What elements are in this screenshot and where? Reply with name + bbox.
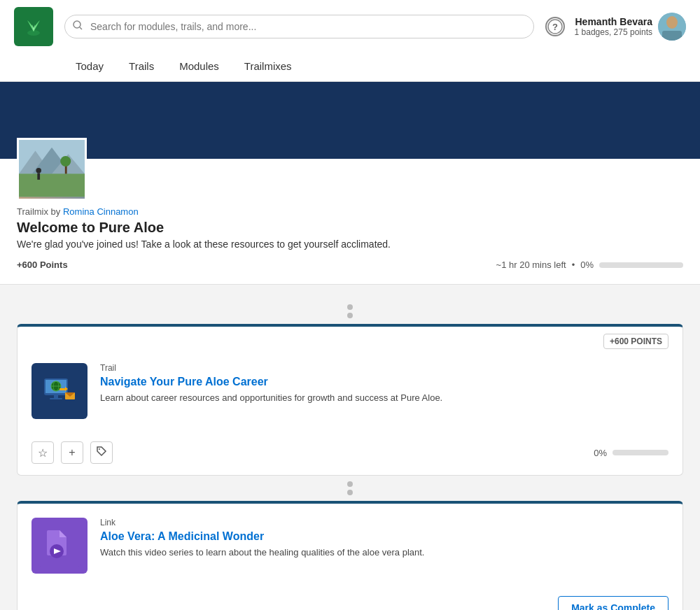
connector-dot: [347, 313, 353, 318]
svg-point-15: [36, 168, 41, 173]
user-name: Hemanth Bevara: [575, 16, 652, 27]
header-right: ? Hemanth Bevara 1 badges, 275 points: [545, 13, 686, 41]
mark-complete-button[interactable]: Mark as Complete: [558, 596, 668, 610]
nav-trails[interactable]: Trails: [116, 53, 167, 81]
connector-dot: [347, 490, 353, 495]
star-button[interactable]: ☆: [31, 441, 54, 464]
content-area: +600 POINTS: [0, 285, 700, 610]
profile-section: Trailmix by Romina Cinnamon Welcome to P…: [0, 159, 700, 285]
card-link: Link Aloe Vera: A Medicinal Wonder Watch…: [17, 501, 683, 610]
search-bar: [64, 15, 534, 38]
banner: [0, 82, 700, 159]
card-points-badge: +600 POINTS: [603, 334, 668, 349]
time-left: ~1 hr 20 mins left: [496, 260, 566, 270]
card-title-trail[interactable]: Navigate Your Pure Aloe Career: [100, 376, 668, 388]
add-button[interactable]: +: [61, 441, 83, 464]
card-header-row: +600 POINTS: [18, 327, 682, 349]
nav: Today Trails Modules Trailmixes: [63, 53, 686, 81]
action-icons: ☆ +: [31, 441, 113, 464]
card-thumbnail-trail: [31, 363, 88, 419]
card-link-wrapper: Link Aloe Vera: A Medicinal Wonder Watch…: [17, 501, 683, 610]
card-desc-trail: Learn about career resources and opportu…: [100, 392, 668, 403]
trailmix-points: +600 Points: [17, 260, 68, 270]
card-type-link: Link: [100, 518, 668, 527]
tag-icon: [96, 446, 107, 460]
svg-rect-26: [50, 398, 62, 399]
svg-rect-16: [37, 173, 40, 179]
plus-icon: +: [69, 446, 75, 459]
trailmix-progress: ~1 hr 20 mins left • 0%: [496, 260, 683, 270]
card-progress-pct: 0%: [594, 448, 607, 458]
trailmix-footer: +600 Points ~1 hr 20 mins left • 0%: [17, 260, 683, 270]
nav-trailmixes[interactable]: Trailmixes: [232, 53, 304, 81]
card-desc-link: Watch this video series to learn about t…: [100, 547, 668, 558]
search-icon: [73, 20, 83, 33]
avatar: [658, 13, 686, 41]
trailmix-description: We're glad you've joined us! Take a look…: [17, 239, 683, 250]
user-info: Hemanth Bevara 1 badges, 275 points: [575, 13, 686, 41]
author-link[interactable]: Romina Cinnamon: [63, 206, 139, 217]
star-icon: ☆: [38, 446, 48, 460]
card-inner: Trail Navigate Your Pure Aloe Career Lea…: [18, 349, 682, 433]
card-type-trail: Trail: [100, 363, 668, 373]
search-input[interactable]: [64, 15, 534, 38]
user-badges: 1 badges, 275 points: [575, 27, 652, 37]
trailmix-title: Welcome to Pure Aloe: [17, 220, 683, 236]
progress-bar-bg: [599, 262, 683, 268]
nav-today[interactable]: Today: [63, 53, 116, 81]
svg-point-7: [666, 16, 678, 29]
connector-dot: [347, 304, 353, 310]
svg-text:?: ?: [552, 22, 558, 32]
trailmix-by: Trailmix by Romina Cinnamon: [17, 206, 683, 217]
profile-image: [17, 138, 87, 201]
header: ? Hemanth Bevara 1 badges, 275 points: [0, 0, 700, 82]
card-progress-bar: [612, 450, 668, 455]
svg-rect-14: [19, 173, 85, 197]
svg-point-18: [60, 156, 71, 166]
card-trail: +600 POINTS: [17, 324, 683, 476]
card-progress-trail: 0%: [594, 448, 668, 458]
card-title-link[interactable]: Aloe Vera: A Medicinal Wonder: [100, 530, 668, 543]
svg-point-31: [99, 448, 100, 450]
connector-2: [0, 481, 700, 495]
help-icon[interactable]: ?: [545, 17, 565, 36]
card-thumbnail-link: [31, 518, 88, 574]
card-trail-wrapper: +600 POINTS: [17, 324, 683, 476]
card-body-trail: Trail Navigate Your Pure Aloe Career Lea…: [100, 363, 668, 403]
svg-rect-25: [54, 395, 58, 398]
card-inner-link: Link Aloe Vera: A Medicinal Wonder Watch…: [18, 504, 682, 588]
svg-point-1: [74, 21, 80, 28]
progress-pct: 0%: [580, 260, 594, 270]
svg-line-2: [80, 27, 82, 29]
connector-dot: [347, 481, 353, 487]
progress-separator: •: [572, 260, 575, 270]
nav-modules[interactable]: Modules: [167, 53, 232, 81]
card-actions-trail: ☆ + 0%: [18, 433, 682, 475]
tag-button[interactable]: [90, 441, 113, 464]
svg-rect-8: [662, 31, 682, 41]
svg-rect-29: [59, 388, 65, 390]
connector-1: [0, 304, 700, 318]
card-body-link: Link Aloe Vera: A Medicinal Wonder Watch…: [100, 518, 668, 558]
logo: [14, 7, 53, 46]
card-complete-row: Mark as Complete: [18, 588, 682, 610]
